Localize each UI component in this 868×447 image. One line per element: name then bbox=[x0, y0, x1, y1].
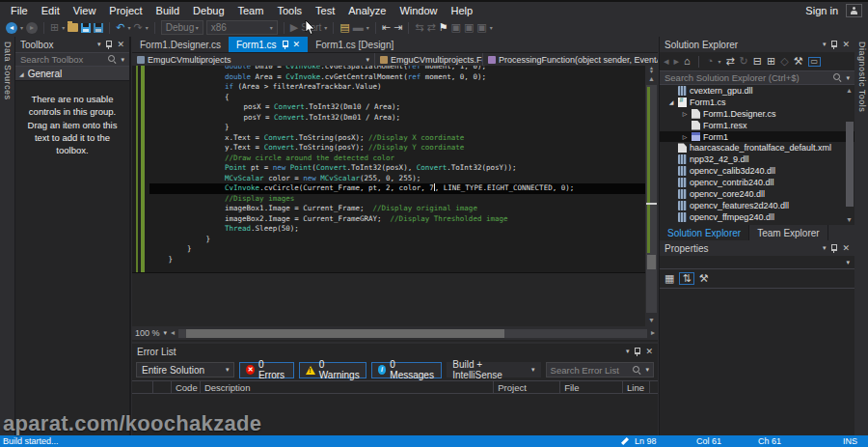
preview-selected-items-icon[interactable]: ▭ bbox=[808, 57, 822, 67]
navigate-back-icon[interactable]: ◂ bbox=[6, 22, 17, 34]
toolbox-group-general[interactable]: ◢ General bbox=[15, 67, 129, 81]
pin-icon[interactable] bbox=[634, 348, 640, 356]
solution-platform-dropdown[interactable]: x86 ▾ bbox=[206, 20, 278, 35]
menu-analyze[interactable]: Analyze bbox=[341, 4, 393, 17]
bookmark-icon[interactable]: ⚑ bbox=[439, 22, 448, 33]
code-line[interactable]: //Draw circle around the detected color bbox=[149, 154, 645, 164]
code-line[interactable]: imageBox2.Image = Current_FrameGRAY; //D… bbox=[149, 214, 645, 225]
new-window-caret-icon[interactable]: ▾ bbox=[62, 24, 65, 31]
close-icon[interactable]: ✕ bbox=[842, 40, 850, 49]
solution-configuration-dropdown[interactable]: Debug ▾ bbox=[161, 20, 203, 35]
error-list-search-input[interactable]: Search Error List ▾ bbox=[546, 362, 654, 377]
tab-form1-cs[interactable]: Form1.cs ✕ bbox=[229, 37, 308, 52]
menu-build[interactable]: Build bbox=[149, 4, 186, 17]
column-header-line[interactable]: Line bbox=[623, 381, 650, 393]
close-icon[interactable]: ✕ bbox=[645, 347, 653, 356]
menu-help[interactable]: Help bbox=[445, 4, 480, 17]
tree-item-npp32-42-9-dll[interactable]: npp32_42_9.dll bbox=[660, 154, 854, 165]
window-position-icon[interactable]: ▾ bbox=[626, 348, 630, 355]
redo-caret-icon[interactable]: ▾ bbox=[146, 24, 149, 31]
extra-tools-icon[interactable]: ▣ bbox=[476, 22, 486, 33]
menu-test[interactable]: Test bbox=[309, 4, 341, 17]
tab-form1-design[interactable]: Form1.cs [Design] bbox=[308, 37, 401, 52]
column-header-file[interactable]: File bbox=[560, 381, 623, 393]
tab-form1-designer[interactable]: Form1.Designer.cs bbox=[132, 37, 229, 52]
open-file-icon[interactable] bbox=[68, 23, 78, 32]
toolbox-search-input[interactable]: Search Toolbox ▾ bbox=[15, 52, 129, 67]
menu-tools[interactable]: Tools bbox=[270, 4, 309, 17]
code-line[interactable]: x.Text = Convert.ToString(posX); //Displ… bbox=[149, 133, 645, 144]
expander-icon[interactable]: ◢ bbox=[667, 98, 675, 105]
horizontal-scrollbar-thumb[interactable] bbox=[186, 329, 504, 338]
column-header-blank[interactable] bbox=[132, 381, 153, 393]
properties-object-dropdown[interactable]: ▾ bbox=[660, 256, 854, 269]
code-line[interactable]: double Area = CvInvoke.cvGetCentralMomen… bbox=[149, 72, 645, 83]
member-dropdown[interactable]: ProcessingFunction(object sender, EventA… bbox=[483, 53, 658, 66]
properties-icon[interactable]: ⚒ bbox=[794, 56, 803, 67]
scrollbar-track[interactable] bbox=[646, 85, 657, 313]
tree-item-cvextern-gpu-dll[interactable]: cvextern_gpu.dll bbox=[660, 85, 854, 97]
alphabetical-sort-icon[interactable]: ⇅ bbox=[679, 272, 693, 285]
pin-icon[interactable] bbox=[105, 41, 112, 49]
pending-changes-icon[interactable]: ◔ bbox=[707, 56, 714, 67]
tree-item-form1[interactable]: ▷Form1 bbox=[660, 131, 854, 143]
column-header-code[interactable]: Code bbox=[172, 381, 201, 393]
tree-scroll-down-icon[interactable]: ▼ bbox=[846, 216, 853, 223]
scroll-up-icon[interactable]: ▲ bbox=[645, 75, 658, 82]
search-options-caret-icon[interactable]: ▾ bbox=[645, 366, 649, 374]
scroll-left-icon[interactable]: ◂ bbox=[171, 329, 175, 337]
new-window-icon[interactable]: ⊞ bbox=[50, 22, 59, 33]
code-line[interactable]: //Display images bbox=[149, 194, 645, 205]
window-position-icon[interactable]: ▾ bbox=[823, 41, 827, 48]
tree-item-form1-resx[interactable]: Form1.resx bbox=[660, 120, 854, 131]
pending-changes-caret-icon[interactable]: ▾ bbox=[718, 58, 720, 65]
solution-explorer-shortcut-icon[interactable]: ▤ bbox=[339, 22, 349, 33]
zoom-level-dropdown[interactable]: 100 % bbox=[135, 328, 160, 338]
expander-icon[interactable]: ▷ bbox=[681, 110, 689, 117]
sync-with-active-document-icon[interactable]: ⇄ bbox=[725, 56, 734, 67]
close-icon[interactable]: ✕ bbox=[842, 243, 850, 253]
horizontal-scrollbar[interactable] bbox=[178, 329, 647, 338]
code-line[interactable]: } bbox=[149, 255, 645, 265]
start-caret-icon[interactable]: ▾ bbox=[324, 24, 327, 31]
show-all-files-icon[interactable]: ⊞ bbox=[767, 56, 775, 67]
uncomment-icon[interactable]: ▣ bbox=[464, 22, 474, 33]
back-icon[interactable]: ◂ bbox=[664, 56, 669, 67]
start-debugging-icon[interactable]: ▶ bbox=[290, 22, 298, 33]
code-line[interactable]: posY = Convert.ToInt32(Dm01 / Area); bbox=[149, 113, 645, 124]
scrollbar-thumb[interactable] bbox=[647, 255, 656, 269]
code-line[interactable]: } bbox=[149, 244, 645, 255]
pin-icon[interactable] bbox=[830, 244, 837, 253]
search-options-caret-icon[interactable]: ▾ bbox=[846, 74, 850, 82]
collapse-all-icon[interactable]: ⊟ bbox=[753, 56, 762, 67]
navigate-back-caret-icon[interactable]: ▾ bbox=[20, 24, 23, 31]
diagnostic-tools-tab[interactable]: Diagnostic Tools bbox=[854, 37, 868, 435]
shortcut-caret-icon[interactable]: ▾ bbox=[366, 24, 369, 31]
tree-item-form1-designer-cs[interactable]: ▷Form1.Designer.cs bbox=[660, 108, 854, 120]
undo-icon[interactable]: ↶ bbox=[116, 22, 124, 33]
menu-edit[interactable]: Edit bbox=[35, 4, 67, 17]
categorized-icon[interactable]: ▦ bbox=[665, 273, 674, 284]
refresh-icon[interactable]: ↻ bbox=[740, 56, 748, 67]
type-dropdown[interactable]: EmguCVmultiprojects.Form1 ▾ bbox=[375, 53, 483, 66]
code-line[interactable]: imageBox1.Image = Current_Frame; //Displ… bbox=[149, 204, 645, 214]
forward-icon[interactable]: ▸ bbox=[674, 56, 680, 67]
code-line[interactable]: CvInvoke.cvCircle(Current_Frame, pt, 2, … bbox=[149, 183, 658, 194]
window-position-icon[interactable]: ▾ bbox=[823, 244, 827, 252]
tab-team-explorer[interactable]: Team Explorer bbox=[749, 225, 827, 240]
code-line[interactable]: posX = Convert.ToInt32(Dm10 / Area); bbox=[149, 102, 645, 113]
view-code-icon[interactable]: ◇ bbox=[780, 56, 788, 67]
data-sources-tab[interactable]: Data Sources bbox=[0, 37, 14, 435]
increase-indent-icon[interactable]: ⇄ bbox=[426, 22, 435, 33]
tree-item-opencv-calib3d240-dll[interactable]: opencv_calib3d240.dll bbox=[660, 165, 854, 177]
save-all-icon[interactable] bbox=[94, 23, 103, 33]
tree-scroll-up-icon[interactable]: ▲ bbox=[846, 87, 853, 94]
code-line[interactable]: y.Text = Convert.ToString(posY); //Displ… bbox=[149, 143, 645, 154]
expander-icon[interactable]: ▷ bbox=[681, 133, 689, 140]
source-dropdown[interactable]: Build + IntelliSense ▾ bbox=[447, 362, 540, 377]
tree-item-opencv-ffmpeg240-dll[interactable]: opencv_ffmpeg240.dll bbox=[660, 211, 854, 223]
column-header-project[interactable]: Project bbox=[494, 381, 560, 393]
menu-file[interactable]: File bbox=[4, 4, 35, 17]
pin-icon[interactable] bbox=[282, 41, 288, 49]
comment-icon[interactable]: ▣ bbox=[451, 22, 461, 33]
